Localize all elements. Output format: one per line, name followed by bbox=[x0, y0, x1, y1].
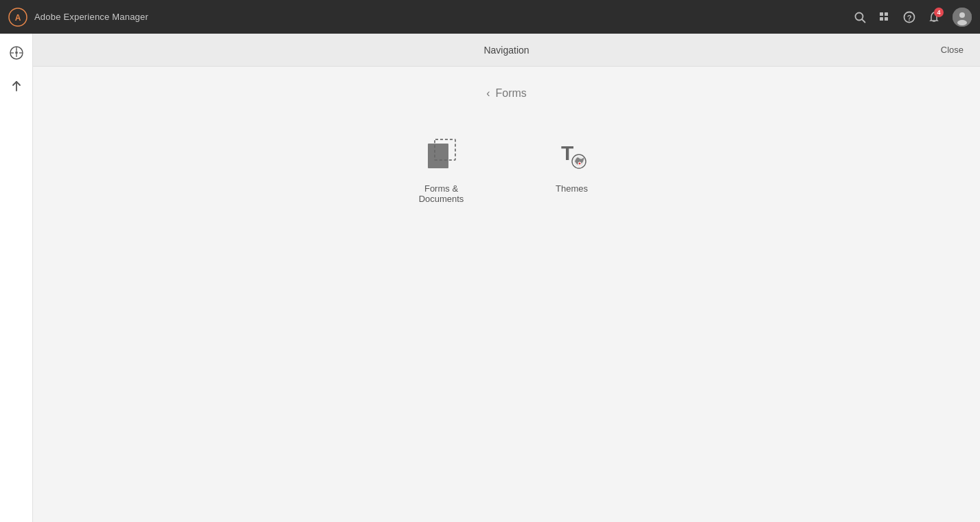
nav-item-themes[interactable]: T Themes bbox=[534, 134, 610, 194]
svg-point-12 bbox=[959, 12, 965, 18]
nav-items: Forms & Documents T bbox=[404, 134, 610, 204]
svg-rect-4 bbox=[880, 12, 883, 16]
nav-item-forms-documents[interactable]: Forms & Documents bbox=[404, 134, 479, 204]
avatar[interactable] bbox=[953, 8, 972, 27]
svg-point-13 bbox=[957, 20, 967, 25]
topbar-title: Adobe Experience Manager bbox=[34, 12, 148, 22]
svg-text:A: A bbox=[15, 13, 21, 23]
nav-back-label: Forms bbox=[496, 87, 527, 100]
svg-rect-7 bbox=[885, 17, 888, 21]
nav-header-title: Navigation bbox=[354, 45, 659, 56]
nav-content: ‹ Forms Forms & Documents bbox=[33, 67, 980, 522]
topbar: A Adobe Experience Manager ? bbox=[0, 0, 980, 34]
svg-rect-6 bbox=[880, 17, 883, 21]
help-icon[interactable]: ? bbox=[903, 11, 915, 23]
svg-rect-22 bbox=[428, 144, 448, 168]
nav-header: Navigation Close bbox=[33, 34, 980, 67]
svg-line-3 bbox=[863, 19, 865, 22]
sidebar-nav-icon[interactable] bbox=[4, 41, 29, 65]
topbar-right: ? 4 bbox=[854, 8, 972, 27]
svg-rect-5 bbox=[885, 12, 888, 16]
nav-close-button[interactable]: Close bbox=[941, 45, 964, 55]
apps-icon[interactable] bbox=[878, 11, 891, 23]
forms-documents-icon bbox=[421, 134, 462, 175]
svg-point-2 bbox=[856, 12, 863, 20]
sidebar bbox=[0, 34, 33, 522]
svg-point-17 bbox=[15, 52, 17, 54]
themes-icon: T bbox=[551, 134, 593, 175]
themes-label: Themes bbox=[556, 183, 588, 194]
svg-point-28 bbox=[578, 163, 580, 165]
svg-text:?: ? bbox=[907, 14, 912, 22]
search-icon[interactable] bbox=[854, 11, 866, 23]
main-layout: Navigation Close ‹ Forms bbox=[0, 34, 980, 522]
notification-badge: 4 bbox=[934, 8, 944, 17]
back-chevron-icon: ‹ bbox=[486, 87, 490, 100]
aem-logo-icon[interactable]: A bbox=[8, 8, 27, 27]
notifications-icon[interactable]: 4 bbox=[928, 11, 940, 23]
nav-back[interactable]: ‹ Forms bbox=[33, 87, 980, 100]
sidebar-up-icon[interactable] bbox=[4, 73, 29, 98]
forms-documents-label: Forms & Documents bbox=[404, 183, 479, 204]
topbar-left: A Adobe Experience Manager bbox=[8, 8, 148, 27]
nav-panel: Navigation Close ‹ Forms bbox=[33, 34, 980, 522]
